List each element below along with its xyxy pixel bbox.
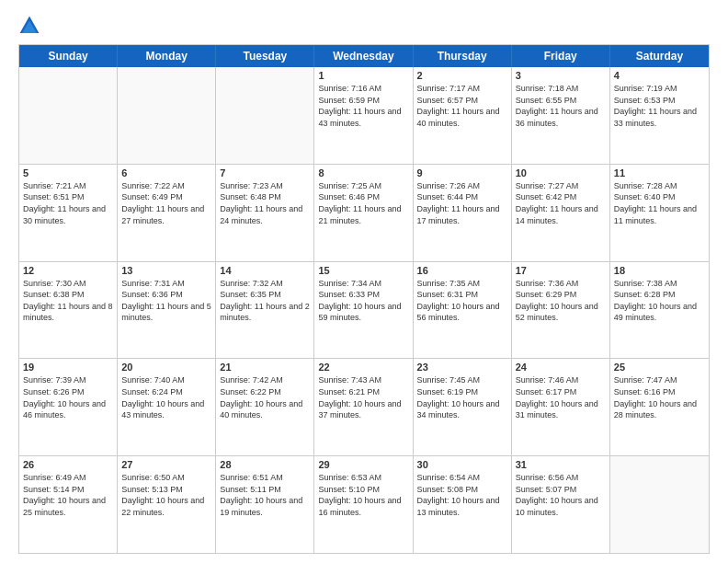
day-number-18: 18 (614, 265, 705, 276)
day-number-27: 27 (121, 459, 211, 470)
day-info-26: Sunrise: 6:49 AM Sunset: 5:14 PM Dayligh… (23, 472, 113, 518)
day-number-2: 2 (417, 70, 507, 81)
day-cell-18: 18Sunrise: 7:38 AM Sunset: 6:28 PM Dayli… (610, 262, 709, 359)
day-cell-14: 14Sunrise: 7:32 AM Sunset: 6:35 PM Dayli… (216, 262, 314, 359)
day-info-17: Sunrise: 7:36 AM Sunset: 6:29 PM Dayligh… (516, 278, 606, 324)
weekday-header-friday: Friday (512, 45, 610, 67)
day-cell-21: 21Sunrise: 7:42 AM Sunset: 6:22 PM Dayli… (216, 359, 314, 455)
day-number-13: 13 (121, 265, 211, 276)
day-cell-7: 7Sunrise: 7:23 AM Sunset: 6:48 PM Daylig… (216, 165, 314, 261)
day-info-22: Sunrise: 7:43 AM Sunset: 6:21 PM Dayligh… (318, 374, 408, 420)
day-cell-17: 17Sunrise: 7:36 AM Sunset: 6:29 PM Dayli… (512, 262, 610, 359)
day-info-30: Sunrise: 6:54 AM Sunset: 5:08 PM Dayligh… (417, 472, 507, 518)
day-info-2: Sunrise: 7:17 AM Sunset: 6:57 PM Dayligh… (417, 83, 507, 129)
day-info-14: Sunrise: 7:32 AM Sunset: 6:35 PM Dayligh… (220, 278, 310, 324)
day-cell-25: 25Sunrise: 7:47 AM Sunset: 6:16 PM Dayli… (610, 359, 709, 455)
calendar: SundayMondayTuesdayWednesdayThursdayFrid… (18, 44, 710, 554)
day-info-31: Sunrise: 6:56 AM Sunset: 5:07 PM Dayligh… (516, 472, 606, 518)
weekday-header-tuesday: Tuesday (216, 45, 314, 67)
day-number-5: 5 (23, 167, 113, 178)
empty-cell-0-1 (118, 67, 216, 164)
day-info-10: Sunrise: 7:27 AM Sunset: 6:42 PM Dayligh… (516, 180, 606, 226)
day-number-8: 8 (318, 167, 408, 178)
day-info-29: Sunrise: 6:53 AM Sunset: 5:10 PM Dayligh… (318, 472, 408, 518)
day-number-16: 16 (417, 265, 507, 276)
day-info-19: Sunrise: 7:39 AM Sunset: 6:26 PM Dayligh… (23, 374, 113, 420)
day-info-27: Sunrise: 6:50 AM Sunset: 5:13 PM Dayligh… (121, 472, 211, 518)
day-number-29: 29 (318, 459, 408, 470)
calendar-row-2: 12Sunrise: 7:30 AM Sunset: 6:38 PM Dayli… (19, 261, 709, 359)
day-cell-28: 28Sunrise: 6:51 AM Sunset: 5:11 PM Dayli… (216, 456, 314, 553)
day-info-5: Sunrise: 7:21 AM Sunset: 6:51 PM Dayligh… (23, 180, 113, 226)
day-cell-1: 1Sunrise: 7:16 AM Sunset: 6:59 PM Daylig… (314, 67, 413, 164)
day-number-22: 22 (318, 362, 408, 373)
calendar-body: 1Sunrise: 7:16 AM Sunset: 6:59 PM Daylig… (19, 67, 709, 553)
empty-cell-0-2 (216, 67, 314, 164)
day-cell-16: 16Sunrise: 7:35 AM Sunset: 6:31 PM Dayli… (414, 262, 512, 359)
day-info-4: Sunrise: 7:19 AM Sunset: 6:53 PM Dayligh… (614, 83, 705, 129)
day-number-12: 12 (23, 265, 113, 276)
day-info-15: Sunrise: 7:34 AM Sunset: 6:33 PM Dayligh… (318, 278, 408, 324)
day-info-18: Sunrise: 7:38 AM Sunset: 6:28 PM Dayligh… (614, 278, 705, 324)
day-info-20: Sunrise: 7:40 AM Sunset: 6:24 PM Dayligh… (121, 374, 211, 420)
day-number-1: 1 (318, 70, 408, 81)
day-number-7: 7 (220, 167, 310, 178)
day-cell-19: 19Sunrise: 7:39 AM Sunset: 6:26 PM Dayli… (19, 359, 118, 455)
day-number-10: 10 (516, 167, 606, 178)
calendar-header: SundayMondayTuesdayWednesdayThursdayFrid… (19, 45, 709, 67)
calendar-row-4: 26Sunrise: 6:49 AM Sunset: 5:14 PM Dayli… (19, 455, 709, 553)
day-cell-30: 30Sunrise: 6:54 AM Sunset: 5:08 PM Dayli… (414, 456, 512, 553)
day-info-24: Sunrise: 7:46 AM Sunset: 6:17 PM Dayligh… (516, 374, 606, 420)
weekday-header-saturday: Saturday (610, 45, 709, 67)
day-cell-29: 29Sunrise: 6:53 AM Sunset: 5:10 PM Dayli… (314, 456, 413, 553)
day-info-16: Sunrise: 7:35 AM Sunset: 6:31 PM Dayligh… (417, 278, 507, 324)
day-number-25: 25 (614, 362, 705, 373)
empty-cell-0-0 (19, 67, 118, 164)
day-number-9: 9 (417, 167, 507, 178)
weekday-header-thursday: Thursday (414, 45, 512, 67)
day-info-13: Sunrise: 7:31 AM Sunset: 6:36 PM Dayligh… (121, 278, 211, 324)
day-info-11: Sunrise: 7:28 AM Sunset: 6:40 PM Dayligh… (614, 180, 705, 226)
day-number-17: 17 (516, 265, 606, 276)
day-cell-24: 24Sunrise: 7:46 AM Sunset: 6:17 PM Dayli… (512, 359, 610, 455)
calendar-row-1: 5Sunrise: 7:21 AM Sunset: 6:51 PM Daylig… (19, 164, 709, 261)
day-number-28: 28 (220, 459, 310, 470)
day-info-23: Sunrise: 7:45 AM Sunset: 6:19 PM Dayligh… (417, 374, 507, 420)
day-info-9: Sunrise: 7:26 AM Sunset: 6:44 PM Dayligh… (417, 180, 507, 226)
day-info-7: Sunrise: 7:23 AM Sunset: 6:48 PM Dayligh… (220, 180, 310, 226)
day-cell-10: 10Sunrise: 7:27 AM Sunset: 6:42 PM Dayli… (512, 165, 610, 261)
day-cell-2: 2Sunrise: 7:17 AM Sunset: 6:57 PM Daylig… (414, 67, 512, 164)
day-cell-3: 3Sunrise: 7:18 AM Sunset: 6:55 PM Daylig… (512, 67, 610, 164)
day-cell-27: 27Sunrise: 6:50 AM Sunset: 5:13 PM Dayli… (118, 456, 216, 553)
day-cell-9: 9Sunrise: 7:26 AM Sunset: 6:44 PM Daylig… (414, 165, 512, 261)
calendar-row-3: 19Sunrise: 7:39 AM Sunset: 6:26 PM Dayli… (19, 358, 709, 455)
day-info-1: Sunrise: 7:16 AM Sunset: 6:59 PM Dayligh… (318, 83, 408, 129)
day-cell-22: 22Sunrise: 7:43 AM Sunset: 6:21 PM Dayli… (314, 359, 413, 455)
day-cell-15: 15Sunrise: 7:34 AM Sunset: 6:33 PM Dayli… (314, 262, 413, 359)
day-number-11: 11 (614, 167, 705, 178)
day-cell-20: 20Sunrise: 7:40 AM Sunset: 6:24 PM Dayli… (118, 359, 216, 455)
day-cell-12: 12Sunrise: 7:30 AM Sunset: 6:38 PM Dayli… (19, 262, 118, 359)
day-cell-5: 5Sunrise: 7:21 AM Sunset: 6:51 PM Daylig… (19, 165, 118, 261)
day-cell-6: 6Sunrise: 7:22 AM Sunset: 6:49 PM Daylig… (118, 165, 216, 261)
day-number-21: 21 (220, 362, 310, 373)
day-cell-31: 31Sunrise: 6:56 AM Sunset: 5:07 PM Dayli… (512, 456, 610, 553)
day-cell-13: 13Sunrise: 7:31 AM Sunset: 6:36 PM Dayli… (118, 262, 216, 359)
calendar-row-0: 1Sunrise: 7:16 AM Sunset: 6:59 PM Daylig… (19, 67, 709, 164)
day-number-15: 15 (318, 265, 408, 276)
day-info-8: Sunrise: 7:25 AM Sunset: 6:46 PM Dayligh… (318, 180, 408, 226)
day-number-31: 31 (516, 459, 606, 470)
day-info-12: Sunrise: 7:30 AM Sunset: 6:38 PM Dayligh… (23, 278, 113, 324)
logo-icon (18, 15, 40, 37)
day-info-28: Sunrise: 6:51 AM Sunset: 5:11 PM Dayligh… (220, 472, 310, 518)
logo (18, 15, 44, 37)
day-info-21: Sunrise: 7:42 AM Sunset: 6:22 PM Dayligh… (220, 374, 310, 420)
day-number-30: 30 (417, 459, 507, 470)
day-number-23: 23 (417, 362, 507, 373)
weekday-header-monday: Monday (118, 45, 216, 67)
day-number-6: 6 (121, 167, 211, 178)
day-number-14: 14 (220, 265, 310, 276)
day-number-20: 20 (121, 362, 211, 373)
day-cell-11: 11Sunrise: 7:28 AM Sunset: 6:40 PM Dayli… (610, 165, 709, 261)
day-cell-8: 8Sunrise: 7:25 AM Sunset: 6:46 PM Daylig… (314, 165, 413, 261)
